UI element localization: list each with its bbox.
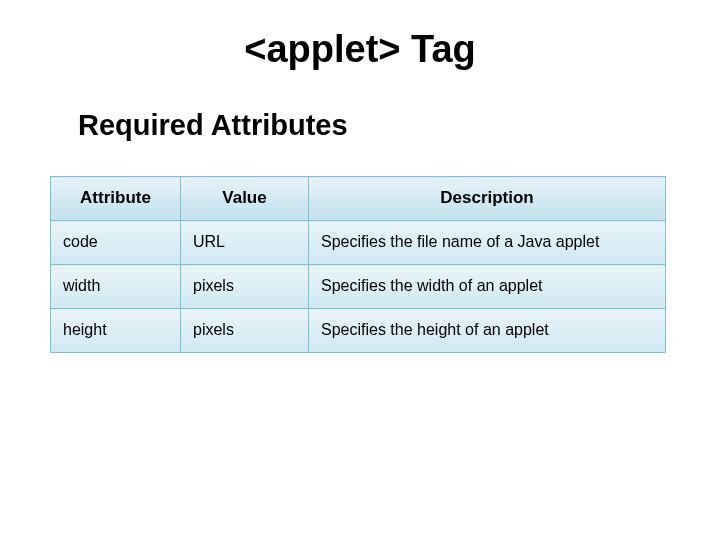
cell-attribute: width <box>51 265 181 309</box>
table-header-row: Attribute Value Description <box>51 177 666 221</box>
cell-attribute: code <box>51 221 181 265</box>
cell-value: pixels <box>181 265 309 309</box>
table-row: code URL Specifies the file name of a Ja… <box>51 221 666 265</box>
col-header-description: Description <box>309 177 666 221</box>
col-header-value: Value <box>181 177 309 221</box>
cell-description: Specifies the height of an applet <box>309 309 666 353</box>
page-title: <applet> Tag <box>36 28 684 71</box>
attributes-table-wrap: Attribute Value Description code URL Spe… <box>50 176 666 353</box>
cell-description: Specifies the width of an applet <box>309 265 666 309</box>
table-row: width pixels Specifies the width of an a… <box>51 265 666 309</box>
cell-description: Specifies the file name of a Java applet <box>309 221 666 265</box>
section-heading: Required Attributes <box>78 109 684 142</box>
attributes-table: Attribute Value Description code URL Spe… <box>50 176 666 353</box>
col-header-attribute: Attribute <box>51 177 181 221</box>
cell-value: pixels <box>181 309 309 353</box>
cell-value: URL <box>181 221 309 265</box>
cell-attribute: height <box>51 309 181 353</box>
slide: <applet> Tag Required Attributes Attribu… <box>0 0 720 540</box>
table-row: height pixels Specifies the height of an… <box>51 309 666 353</box>
